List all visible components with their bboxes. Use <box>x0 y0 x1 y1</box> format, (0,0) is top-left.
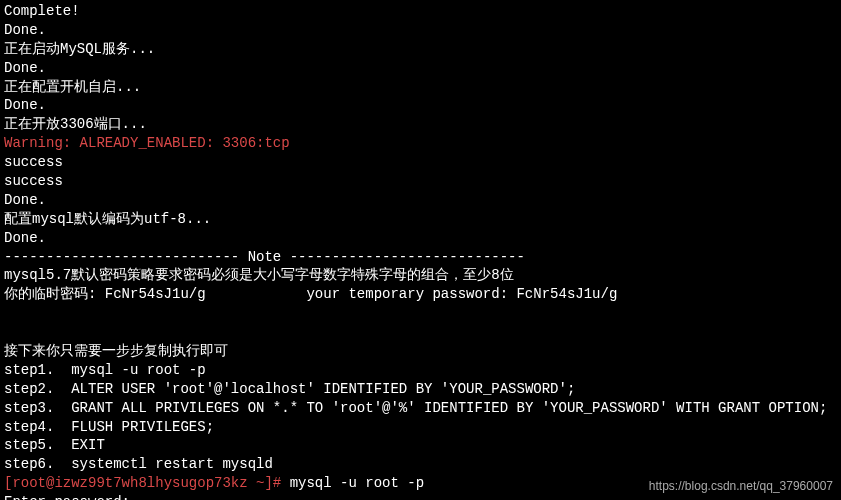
shell-prompt: [root@izwz99t7wh8lhysugop73kz ~]# <box>4 475 290 491</box>
terminal-line: 接下来你只需要一步步复制执行即可 <box>4 342 837 361</box>
terminal-line: Done. <box>4 21 837 40</box>
terminal-line: step6. systemctl restart mysqld <box>4 455 837 474</box>
terminal-line: 你的临时密码: FcNr54sJ1u/g your temporary pass… <box>4 285 837 304</box>
watermark-text: https://blog.csdn.net/qq_37960007 <box>649 478 833 494</box>
shell-command: mysql -u root -p <box>290 475 424 491</box>
terminal-line: mysql5.7默认密码策略要求密码必须是大小写字母数字特殊字母的组合，至少8位 <box>4 266 837 285</box>
terminal-line: Complete! <box>4 2 837 21</box>
terminal-line: success <box>4 153 837 172</box>
terminal-line: Done. <box>4 191 837 210</box>
terminal-line: Done. <box>4 229 837 248</box>
terminal-line: Done. <box>4 96 837 115</box>
terminal-line: Enter password: <box>4 493 837 500</box>
terminal-line: 正在开放3306端口... <box>4 115 837 134</box>
terminal-line: 正在启动MySQL服务... <box>4 40 837 59</box>
terminal-line: step1. mysql -u root -p <box>4 361 837 380</box>
terminal-output[interactable]: Complete!Done.正在启动MySQL服务...Done.正在配置开机自… <box>0 0 841 500</box>
terminal-line: step3. GRANT ALL PRIVILEGES ON *.* TO 'r… <box>4 399 837 418</box>
terminal-line <box>4 304 837 323</box>
terminal-line: Warning: ALREADY_ENABLED: 3306:tcp <box>4 134 837 153</box>
terminal-line: step5. EXIT <box>4 436 837 455</box>
terminal-line: step4. FLUSH PRIVILEGES; <box>4 418 837 437</box>
terminal-line: 正在配置开机自启... <box>4 78 837 97</box>
terminal-line: ---------------------------- Note ------… <box>4 248 837 267</box>
terminal-line <box>4 323 837 342</box>
terminal-line: success <box>4 172 837 191</box>
terminal-line: 配置mysql默认编码为utf-8... <box>4 210 837 229</box>
terminal-line: step2. ALTER USER 'root'@'localhost' IDE… <box>4 380 837 399</box>
terminal-line: Done. <box>4 59 837 78</box>
